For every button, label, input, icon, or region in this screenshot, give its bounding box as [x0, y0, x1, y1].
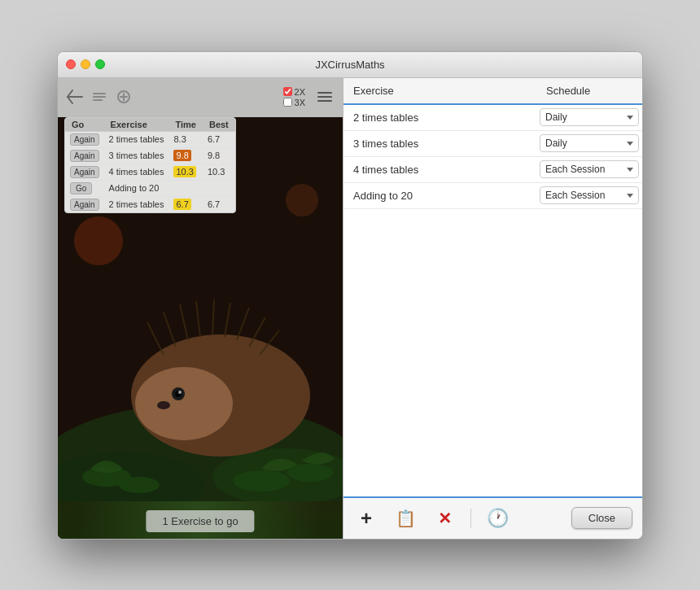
- again-button[interactable]: Again: [70, 150, 99, 162]
- action-cell: Again: [65, 196, 104, 212]
- exercise-table-overlay: Go Exercise Time Best Again 2 times tabl…: [64, 117, 236, 213]
- hamburger-line-3: [317, 100, 332, 102]
- close-button[interactable]: Close: [571, 507, 632, 529]
- col-header-go: Go: [65, 118, 104, 132]
- col-header-exercise: Exercise: [104, 118, 169, 132]
- best-cell: [203, 180, 235, 196]
- svg-point-24: [233, 470, 290, 492]
- edit-exercise-button[interactable]: 📋: [392, 505, 418, 531]
- checkbox-2x[interactable]: [283, 87, 292, 96]
- main-content: 2X 3X Go: [58, 78, 642, 539]
- table-row: Again 3 times tables 9.8 9.8: [65, 147, 235, 164]
- left-toolbar: 2X 3X: [58, 78, 343, 117]
- schedule-exercise-name: 3 times tables: [343, 131, 536, 156]
- table-row: Again 4 times tables 10.3 10.3: [65, 164, 235, 180]
- window-title: JXCirrusMaths: [315, 59, 384, 71]
- time-cell: 9.8: [168, 147, 202, 164]
- svg-point-21: [157, 401, 170, 409]
- table-row: Again 2 times tables 8.3 6.7: [65, 131, 235, 147]
- table-row: Again 2 times tables 6.7 6.7: [65, 196, 235, 212]
- traffic-lights: [66, 59, 105, 69]
- maximize-window-button[interactable]: [95, 59, 105, 69]
- toolbar-icon-2[interactable]: [89, 86, 110, 107]
- exercise-cell: 2 times tables: [104, 196, 169, 212]
- toolbar-icon-3[interactable]: [113, 86, 134, 107]
- exercise-cell: 2 times tables: [104, 131, 169, 147]
- exercise-cell: Adding to 20: [104, 180, 169, 196]
- hamburger-line-1: [317, 92, 332, 94]
- hamburger-line-2: [317, 96, 332, 98]
- minimize-window-button[interactable]: [81, 59, 90, 69]
- schedule-row: 2 times tables DailyEach SessionWeeklyNe…: [343, 105, 642, 131]
- svg-point-17: [135, 367, 233, 440]
- svg-point-4: [74, 216, 123, 265]
- svg-point-23: [119, 477, 160, 493]
- schedule-select-wrapper: DailyEach SessionWeeklyNever: [536, 183, 642, 208]
- schedule-row: Adding to 20 DailyEach SessionWeeklyNeve…: [343, 183, 642, 209]
- delete-icon: ✕: [438, 509, 452, 528]
- schedule-select-wrapper: DailyEach SessionWeeklyNever: [536, 131, 642, 155]
- svg-point-20: [178, 391, 182, 394]
- close-window-button[interactable]: [66, 59, 76, 69]
- col-header-best: Best: [203, 118, 235, 132]
- exercise-table: Go Exercise Time Best Again 2 times tabl…: [65, 118, 235, 212]
- best-cell: 10.3: [203, 164, 235, 180]
- title-bar: JXCirrusMaths: [58, 52, 642, 78]
- delete-exercise-button[interactable]: ✕: [431, 505, 457, 531]
- multiplier-checkboxes: 2X 3X: [283, 87, 305, 107]
- again-button[interactable]: Again: [70, 166, 99, 178]
- go-button[interactable]: Go: [70, 182, 92, 194]
- svg-point-5: [286, 184, 318, 216]
- best-cell: 6.7: [203, 196, 235, 212]
- schedule-row: 4 times tables DailyEach SessionWeeklyNe…: [343, 157, 642, 183]
- plus-icon: +: [361, 507, 372, 530]
- checkbox-3x[interactable]: [283, 98, 292, 107]
- best-cell: 6.7: [203, 131, 235, 147]
- action-cell: Again: [65, 164, 104, 180]
- schedule-exercise-name: Adding to 20: [343, 183, 536, 208]
- schedule-rows: 2 times tables DailyEach SessionWeeklyNe…: [343, 105, 642, 496]
- schedule-header: Exercise Schedule: [343, 78, 642, 105]
- time-cell: [168, 180, 202, 196]
- schedule-select-wrapper: DailyEach SessionWeeklyNever: [536, 105, 642, 129]
- add-exercise-button[interactable]: +: [353, 505, 379, 531]
- header-schedule: Schedule: [536, 78, 642, 103]
- status-bar: 1 Exercise to go: [146, 510, 254, 532]
- col-header-time: Time: [168, 118, 202, 132]
- action-cell: Again: [65, 131, 104, 147]
- checkbox-3x-label[interactable]: 3X: [283, 98, 305, 107]
- toolbar-back-icon[interactable]: [64, 86, 85, 107]
- time-cell: 8.3: [168, 131, 202, 147]
- checkbox-3x-text: 3X: [295, 98, 305, 107]
- hamburger-menu-button[interactable]: [313, 85, 336, 108]
- left-panel: 2X 3X Go: [58, 78, 343, 539]
- timer-button[interactable]: 🕐: [484, 505, 510, 531]
- exercise-cell: 4 times tables: [104, 164, 169, 180]
- schedule-select[interactable]: DailyEach SessionWeeklyNever: [540, 186, 639, 204]
- best-cell: 9.8: [203, 147, 235, 164]
- right-panel: Exercise Schedule 2 times tables DailyEa…: [343, 78, 642, 539]
- bottom-toolbar: + 📋 ✕ 🕐 Close: [343, 496, 642, 539]
- schedule-row: 3 times tables DailyEach SessionWeeklyNe…: [343, 131, 642, 157]
- schedule-select[interactable]: DailyEach SessionWeeklyNever: [540, 160, 639, 178]
- schedule-select[interactable]: DailyEach SessionWeeklyNever: [540, 108, 639, 126]
- action-cell: Go: [65, 180, 104, 196]
- exercise-cell: 3 times tables: [104, 147, 169, 164]
- schedule-select[interactable]: DailyEach SessionWeeklyNever: [540, 134, 639, 152]
- toolbar-icons: [64, 86, 134, 107]
- schedule-select-wrapper: DailyEach SessionWeeklyNever: [536, 157, 642, 181]
- schedule-exercise-name: 2 times tables: [343, 105, 536, 130]
- again-button[interactable]: Again: [70, 133, 99, 146]
- again-button[interactable]: Again: [70, 199, 99, 211]
- time-cell: 10.3: [168, 164, 202, 180]
- schedule-exercise-name: 4 times tables: [343, 157, 536, 182]
- clock-icon: 🕐: [487, 508, 509, 529]
- checkbox-2x-label[interactable]: 2X: [283, 87, 305, 97]
- toolbar-divider: [470, 509, 471, 528]
- main-window: JXCirrusMaths: [57, 51, 643, 540]
- header-exercise: Exercise: [343, 78, 536, 103]
- checkbox-2x-text: 2X: [295, 87, 305, 97]
- table-row: Go Adding to 20: [65, 180, 235, 196]
- time-cell: 6.7: [168, 196, 202, 212]
- edit-icon: 📋: [396, 509, 416, 528]
